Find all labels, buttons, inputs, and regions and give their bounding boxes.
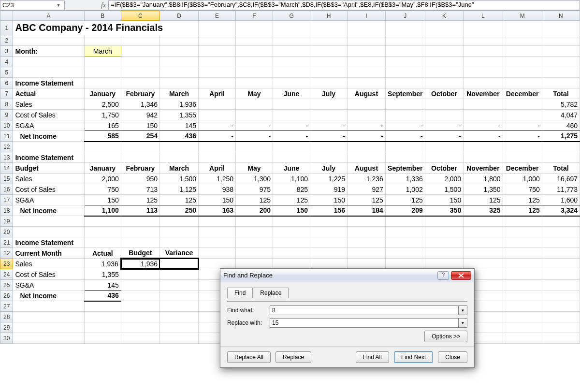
cell-C8[interactable]: 1,346 [121,99,160,110]
cell-A23[interactable]: Sales [13,259,84,269]
cell-H19[interactable] [310,216,348,227]
cell-F1[interactable] [236,21,273,35]
cell-D30[interactable] [160,333,199,344]
cell-A27[interactable] [13,301,84,312]
cell-N7[interactable]: Total [542,88,580,99]
cell-K19[interactable] [425,216,463,227]
row-header-3[interactable]: 3 [0,46,13,57]
cell-B23[interactable]: 1,936 [84,259,121,269]
cell-G20[interactable] [273,227,310,237]
cell-J6[interactable] [385,78,425,88]
cell-H8[interactable] [310,99,348,110]
cell-B21[interactable] [84,237,121,248]
cell-N26[interactable] [542,290,580,301]
cell-D8[interactable]: 1,936 [160,99,199,110]
cell-C24[interactable] [121,269,160,280]
row-header-11[interactable]: 11 [0,131,13,142]
cell-G9[interactable] [273,110,310,120]
cell-F6[interactable] [236,78,273,88]
cell-M29[interactable] [503,322,542,333]
row-header-13[interactable]: 13 [0,152,13,163]
cell-A29[interactable] [13,322,84,333]
cell-B16[interactable]: 750 [84,184,121,195]
cell-N4[interactable] [542,57,580,67]
cell-D15[interactable]: 1,500 [160,174,199,184]
cell-H21[interactable] [310,237,348,248]
cell-B7[interactable]: January [84,88,121,99]
cell-F5[interactable] [236,67,273,78]
cell-A1[interactable]: ABC Company - 2014 Financials [13,21,199,35]
cell-I21[interactable] [348,237,386,248]
cell-K23[interactable] [425,259,463,269]
row-header-2[interactable]: 2 [0,35,13,46]
cell-J10[interactable]: - [385,120,425,131]
cell-I5[interactable] [348,67,386,78]
cell-G6[interactable] [273,78,310,88]
cell-D19[interactable] [160,216,199,227]
row-header-7[interactable]: 7 [0,88,13,99]
cell-J22[interactable] [385,248,425,259]
cell-H22[interactable] [310,248,348,259]
cell-C12[interactable] [121,142,160,152]
cell-N8[interactable]: 5,782 [542,99,580,110]
cell-I15[interactable]: 1,236 [348,174,386,184]
cell-M26[interactable] [503,290,542,301]
cell-G18[interactable]: 150 [273,205,310,216]
cell-C10[interactable]: 150 [121,120,160,131]
cell-D14[interactable]: March [160,163,199,174]
cell-A21[interactable]: Income Statement [13,237,84,248]
cell-B20[interactable] [84,227,121,237]
cell-A25[interactable]: SG&A [13,280,84,290]
cell-G7[interactable]: June [273,88,310,99]
cell-G11[interactable]: - [273,131,310,142]
cell-F13[interactable] [236,152,273,163]
cell-I22[interactable] [348,248,386,259]
row-header-25[interactable]: 25 [0,280,13,290]
cell-I4[interactable] [348,57,386,67]
cell-N21[interactable] [542,237,580,248]
cell-F23[interactable] [236,259,273,269]
cell-N13[interactable] [542,152,580,163]
cell-M14[interactable]: December [503,163,542,174]
cell-C5[interactable] [121,67,160,78]
cell-E16[interactable]: 938 [199,184,236,195]
row-header-24[interactable]: 24 [0,269,13,280]
options-button[interactable]: Options >> [424,331,467,342]
cell-E12[interactable] [199,142,236,152]
cell-M2[interactable] [503,35,542,46]
cell-G19[interactable] [273,216,310,227]
cell-M19[interactable] [503,216,542,227]
cell-K1[interactable] [425,21,463,35]
cell-D6[interactable] [160,78,199,88]
cell-M28[interactable] [503,312,542,322]
cell-A6[interactable]: Income Statement [13,78,84,88]
row-header-1[interactable]: 1 [0,21,13,35]
cell-D23[interactable] [160,259,199,269]
cell-D3[interactable] [160,46,199,57]
row-header-4[interactable]: 4 [0,57,13,67]
cell-L1[interactable] [464,21,503,35]
cell-C11[interactable]: 254 [121,131,160,142]
cell-M15[interactable]: 1,000 [503,174,542,184]
cell-A13[interactable]: Income Statement [13,152,84,163]
cell-J1[interactable] [385,21,425,35]
cell-F14[interactable]: May [236,163,273,174]
cell-B25[interactable]: 145 [84,280,121,290]
cell-F21[interactable] [236,237,273,248]
cell-A9[interactable]: Cost of Sales [13,110,84,120]
cell-N28[interactable] [542,312,580,322]
cell-J7[interactable]: September [385,88,425,99]
cell-H4[interactable] [310,57,348,67]
cell-H15[interactable]: 1,225 [310,174,348,184]
cell-A8[interactable]: Sales [13,99,84,110]
column-header-M[interactable]: M [503,11,542,21]
cell-I10[interactable]: - [348,120,386,131]
row-header-20[interactable]: 20 [0,227,13,237]
row-header-16[interactable]: 16 [0,184,13,195]
cell-I3[interactable] [348,46,386,57]
cell-B17[interactable]: 150 [84,195,121,205]
row-header-30[interactable]: 30 [0,333,13,344]
cell-B10[interactable]: 165 [84,120,121,131]
row-header-15[interactable]: 15 [0,174,13,184]
cell-L10[interactable]: - [464,120,503,131]
